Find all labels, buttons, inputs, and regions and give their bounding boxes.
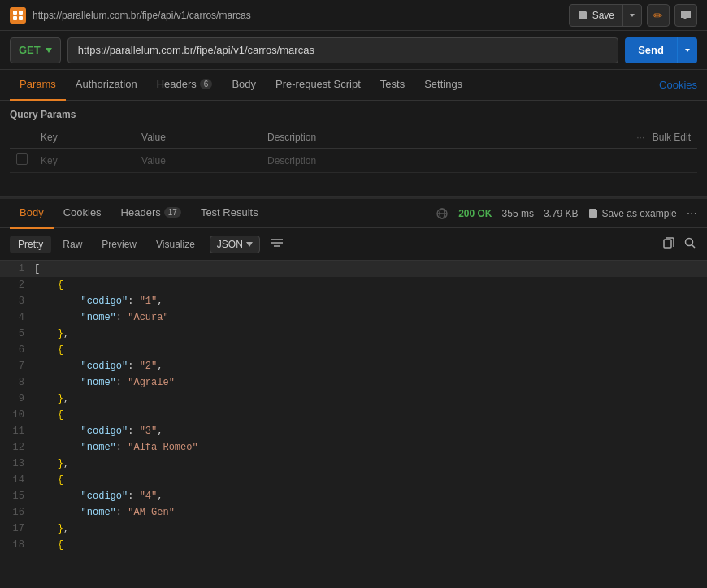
top-bar: https://parallelum.com.br/fipe/api/v1/ca… xyxy=(0,0,707,31)
save-button[interactable]: Save xyxy=(569,4,642,27)
response-tabs-bar: Body Cookies Headers 17 Test Results 200… xyxy=(0,197,707,228)
code-line: 15 "codigo": "4", xyxy=(0,488,707,504)
response-tab-test-results[interactable]: Test Results xyxy=(191,198,268,229)
line-content: { xyxy=(34,342,707,358)
line-content: "codigo": "2", xyxy=(34,358,707,374)
col-description: Description xyxy=(261,127,470,149)
response-more-button[interactable]: ··· xyxy=(687,206,697,221)
code-line: 18 { xyxy=(0,537,707,553)
globe-icon xyxy=(436,207,449,220)
code-editor[interactable]: 1[2 {3 "codigo": "1",4 "nome": "Acura"5 … xyxy=(0,261,707,553)
param-key-cell[interactable]: Key xyxy=(34,149,135,173)
format-tab-visualize[interactable]: Visualize xyxy=(148,236,203,253)
checkbox[interactable] xyxy=(16,153,28,165)
svg-point-10 xyxy=(686,238,693,245)
response-meta: 200 OK 355 ms 3.79 KB Save as example ··… xyxy=(436,206,697,221)
save-example-button[interactable]: Save as example xyxy=(588,208,677,219)
filter-icon[interactable] xyxy=(270,237,284,251)
col-checkbox xyxy=(10,127,34,149)
tab-headers[interactable]: Headers 6 xyxy=(147,70,223,101)
svg-rect-9 xyxy=(664,240,671,248)
line-number: 17 xyxy=(0,521,34,537)
line-number: 7 xyxy=(0,358,34,374)
line-number: 2 xyxy=(0,277,34,293)
line-content: "nome": "Agrale" xyxy=(34,374,707,391)
response-size: 3.79 KB xyxy=(544,208,579,219)
line-content: { xyxy=(34,407,707,423)
tab-authorization[interactable]: Authorization xyxy=(66,70,147,101)
row-checkbox xyxy=(10,149,34,173)
format-type-selector[interactable]: JSON xyxy=(210,236,260,253)
code-line: 4 "nome": "Acura" xyxy=(0,309,707,326)
param-desc-cell[interactable]: Description xyxy=(261,149,470,173)
spacer xyxy=(0,173,707,197)
line-content: "codigo": "3", xyxy=(34,423,707,439)
request-tabs-bar: Params Authorization Headers 6 Body Pre-… xyxy=(0,70,707,101)
col-value: Value xyxy=(135,127,261,149)
code-line: 14 { xyxy=(0,472,707,488)
param-row-empty: Key Value Description xyxy=(10,149,697,173)
line-content: }, xyxy=(34,391,707,407)
send-button-main[interactable]: Send xyxy=(625,37,678,63)
line-number: 4 xyxy=(0,309,34,326)
code-line: 16 "nome": "AM Gen" xyxy=(0,504,707,521)
response-tab-headers[interactable]: Headers 17 xyxy=(111,198,191,229)
code-line: 12 "nome": "Alfa Romeo" xyxy=(0,439,707,456)
cookies-link[interactable]: Cookies xyxy=(659,79,697,91)
code-line: 7 "codigo": "2", xyxy=(0,358,707,374)
tab-pre-request[interactable]: Pre-request Script xyxy=(266,70,371,101)
format-tab-raw[interactable]: Raw xyxy=(54,236,90,253)
line-number: 15 xyxy=(0,488,34,504)
line-number: 1 xyxy=(0,261,34,277)
copy-button[interactable] xyxy=(661,235,676,253)
line-content: "nome": "Alfa Romeo" xyxy=(34,439,707,456)
comment-button[interactable] xyxy=(674,4,697,27)
line-content: { xyxy=(34,537,707,553)
tab-tests[interactable]: Tests xyxy=(371,70,414,101)
save-button-main[interactable]: Save xyxy=(570,5,623,26)
param-value-cell[interactable]: Value xyxy=(135,149,261,173)
method-selector[interactable]: GET xyxy=(10,37,61,63)
search-button[interactable] xyxy=(683,235,697,253)
top-url-label: https://parallelum.com.br/fipe/api/v1/ca… xyxy=(33,10,562,21)
format-tab-preview[interactable]: Preview xyxy=(93,236,145,253)
line-number: 8 xyxy=(0,374,34,391)
code-line: 5 }, xyxy=(0,326,707,342)
code-line: 8 "nome": "Agrale" xyxy=(0,374,707,391)
line-number: 5 xyxy=(0,326,34,342)
app-icon xyxy=(10,7,26,24)
svg-rect-1 xyxy=(19,11,23,15)
tab-params[interactable]: Params xyxy=(10,70,66,101)
code-line: 2 { xyxy=(0,277,707,293)
edit-icon: ✏ xyxy=(653,9,663,22)
response-tab-cookies[interactable]: Cookies xyxy=(54,198,111,229)
url-input[interactable] xyxy=(67,37,618,63)
tab-settings[interactable]: Settings xyxy=(414,70,472,101)
method-label: GET xyxy=(19,44,41,56)
format-tab-pretty[interactable]: Pretty xyxy=(10,236,51,253)
response-headers-badge: 17 xyxy=(164,207,181,218)
format-bar: Pretty Raw Preview Visualize JSON xyxy=(0,228,707,261)
save-example-label: Save as example xyxy=(602,208,677,219)
line-content: [ xyxy=(34,261,707,277)
search-icon xyxy=(684,237,696,249)
send-button[interactable]: Send xyxy=(625,37,697,63)
line-content: "nome": "AM Gen" xyxy=(34,504,707,521)
line-content: }, xyxy=(34,456,707,472)
line-number: 10 xyxy=(0,407,34,423)
line-number: 6 xyxy=(0,342,34,358)
code-line: 6 { xyxy=(0,342,707,358)
line-number: 18 xyxy=(0,537,34,553)
line-content: "codigo": "4", xyxy=(34,488,707,504)
code-line: 13 }, xyxy=(0,456,707,472)
send-dropdown-arrow[interactable] xyxy=(678,37,697,63)
code-line: 1[ xyxy=(0,261,707,277)
tab-body[interactable]: Body xyxy=(222,70,266,101)
save-dropdown-arrow[interactable] xyxy=(623,5,641,26)
edit-button[interactable]: ✏ xyxy=(647,4,670,27)
url-bar: GET Send xyxy=(0,31,707,70)
response-tab-body[interactable]: Body xyxy=(10,198,54,229)
chevron-down-icon xyxy=(246,242,253,247)
format-type-label: JSON xyxy=(217,239,243,250)
svg-rect-3 xyxy=(19,16,23,20)
